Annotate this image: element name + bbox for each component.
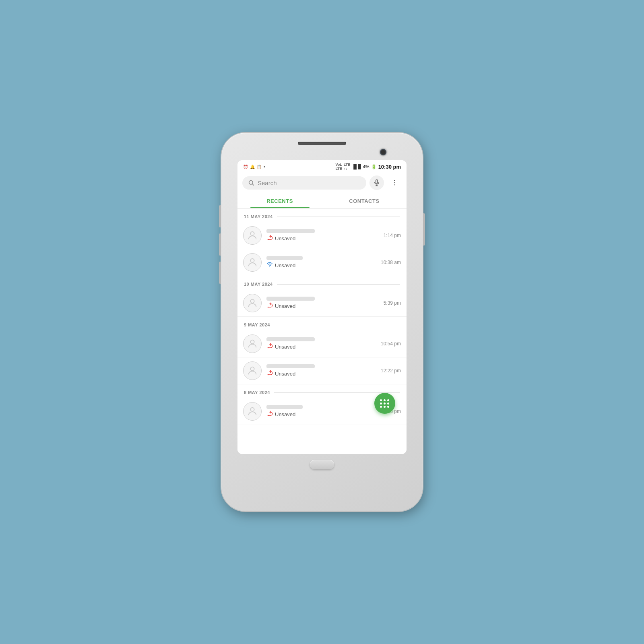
wifi-call-icon [266, 262, 273, 269]
more-options-button[interactable] [387, 175, 402, 190]
silent-icon: 🔔 [250, 165, 255, 169]
call-time: 10:54 pm [381, 341, 401, 347]
date-divider [277, 217, 400, 217]
dialpad-icon [380, 399, 390, 408]
date-label-8may: 8 MAY 2024 [244, 390, 270, 395]
svg-point-11 [269, 266, 270, 266]
call-info: Unsaved [266, 405, 379, 418]
dialpad-fab[interactable] [374, 393, 395, 414]
alarm-icon: ⏰ [243, 165, 248, 169]
svg-point-8 [250, 232, 254, 235]
time-display: 10:30 pm [378, 164, 401, 170]
signal-icon: ▐▌▊ [352, 164, 361, 169]
tab-recents[interactable]: RECENTS [237, 193, 322, 208]
call-name-blur [266, 364, 315, 368]
call-info: Unsaved [266, 256, 376, 269]
avatar [243, 361, 262, 380]
avatar [243, 334, 262, 353]
date-header-10may: 10 MAY 2024 [237, 276, 407, 290]
avatar [243, 253, 262, 272]
call-label: Unsaved [275, 411, 295, 417]
svg-point-18 [250, 408, 254, 411]
call-name-blur [266, 229, 315, 233]
status-bar: ⏰ 🔔 📋 • VoLLTE LTE↑↓ ▐▌▊ 4% 🔋 10:30 pm [237, 160, 407, 172]
call-item[interactable]: Unsaved 12:22 pm [237, 357, 407, 384]
speaker [298, 142, 346, 145]
call-info: Unsaved [266, 229, 379, 242]
call-time: 1:14 pm [384, 233, 401, 238]
status-right-info: VoLLTE LTE↑↓ ▐▌▊ 4% 🔋 10:30 pm [335, 163, 401, 171]
svg-point-0 [249, 181, 253, 184]
mic-button[interactable] [369, 175, 384, 190]
svg-rect-2 [376, 180, 378, 184]
missed-call-icon [266, 302, 273, 310]
search-input-container[interactable]: Search [242, 176, 366, 190]
clipboard-icon: 📋 [257, 165, 262, 169]
volte-icon: VoLLTE [335, 163, 342, 171]
call-sub-info: Unsaved [266, 302, 379, 310]
camera-area [246, 149, 398, 155]
svg-point-12 [250, 299, 254, 303]
tab-contacts[interactable]: CONTACTS [322, 193, 407, 208]
avatar [243, 294, 262, 312]
date-label-10may: 10 MAY 2024 [244, 282, 273, 287]
battery-percent: 4% [363, 164, 369, 169]
call-time: 5:39 pm [384, 300, 401, 306]
missed-call-icon [266, 411, 273, 418]
avatar [243, 402, 262, 421]
call-label: Unsaved [275, 262, 295, 268]
call-time: 10:38 am [381, 260, 401, 265]
svg-point-9 [268, 239, 269, 240]
call-item[interactable]: Unsaved 1:14 pm [237, 222, 407, 249]
search-placeholder: Search [258, 180, 361, 186]
call-sub-info: Unsaved [266, 343, 376, 351]
phone-frame: ⏰ 🔔 📋 • VoLLTE LTE↑↓ ▐▌▊ 4% 🔋 10:30 pm [221, 133, 423, 511]
call-label: Unsaved [275, 371, 295, 377]
call-name-blur [266, 337, 315, 341]
svg-point-5 [394, 180, 395, 181]
call-item[interactable]: Unsaved 10:54 pm [237, 330, 407, 357]
front-camera [380, 149, 386, 155]
call-name-blur [266, 405, 303, 409]
missed-call-icon [266, 370, 273, 378]
call-info: Unsaved [266, 297, 379, 310]
dot-icon: • [264, 165, 265, 169]
status-left-icons: ⏰ 🔔 📋 • [243, 165, 265, 169]
search-bar: Search [237, 172, 407, 193]
call-sub-info: Unsaved [266, 370, 376, 378]
svg-point-19 [268, 415, 269, 416]
call-sub-info: Unsaved [266, 235, 379, 242]
svg-line-1 [252, 184, 254, 186]
search-icon [248, 180, 254, 186]
missed-call-icon [266, 343, 273, 351]
svg-point-17 [268, 374, 269, 375]
svg-point-10 [250, 259, 254, 262]
battery-icon: 🔋 [371, 164, 377, 169]
date-divider [274, 325, 400, 325]
date-divider [274, 392, 400, 393]
call-info: Unsaved [266, 364, 376, 378]
date-header-9may: 9 MAY 2024 [237, 317, 407, 330]
call-name-blur [266, 256, 303, 260]
call-label: Unsaved [275, 303, 295, 309]
call-info: Unsaved [266, 337, 376, 351]
svg-point-6 [394, 182, 395, 183]
call-name-blur [266, 297, 315, 301]
call-item[interactable]: Unsaved 5:39 pm [237, 290, 407, 317]
lte-icon: LTE↑↓ [344, 163, 350, 171]
svg-point-16 [250, 367, 254, 371]
avatar [243, 226, 262, 245]
call-time: 12:22 pm [381, 368, 401, 374]
svg-point-13 [268, 306, 269, 308]
missed-call-icon [266, 235, 273, 242]
date-header-11may: 11 MAY 2024 [237, 208, 407, 222]
svg-point-7 [394, 184, 395, 185]
call-item[interactable]: Unsaved 10:38 am [237, 249, 407, 276]
date-label-9may: 9 MAY 2024 [244, 322, 270, 327]
call-label: Unsaved [275, 344, 295, 350]
call-label: Unsaved [275, 235, 295, 242]
tabs-container: RECENTS CONTACTS [237, 193, 407, 208]
call-sub-info: Unsaved [266, 411, 379, 418]
home-button[interactable] [310, 460, 334, 469]
call-sub-info: Unsaved [266, 262, 376, 269]
